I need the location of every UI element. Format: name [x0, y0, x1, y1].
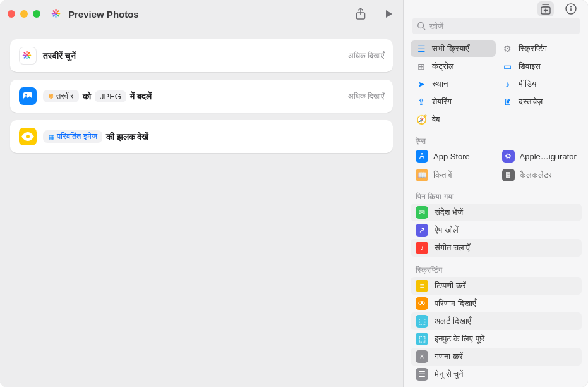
library-button[interactable] — [537, 1, 554, 16]
category-devices[interactable]: ▭डिवाइस — [497, 58, 582, 75]
app-store-icon: A — [416, 150, 428, 163]
show-more-button[interactable]: अधिक दिखाएँ — [348, 51, 384, 60]
action-title: ✽ तस्वीर को JPEG में बदलें — [43, 90, 152, 102]
category-scripting[interactable]: ⚙स्क्रिप्टिंग — [497, 40, 582, 57]
svg-rect-7 — [570, 8, 572, 11]
category-all-actions[interactable]: ☰सभी क्रियाएँ — [411, 40, 496, 57]
shortcut-icon — [51, 8, 63, 20]
music-icon: ♪ — [416, 242, 428, 254]
action-text: की झलक देखें — [106, 132, 149, 142]
action-convert-image[interactable]: ✽ तस्वीर को JPEG में बदलें अधिक दिखाएँ — [10, 80, 393, 113]
app-window: Preview Photos तस्वीरें चुनें अधिक दिखाए… — [0, 0, 588, 387]
category-documents[interactable]: 🗎दस्तावेज़ — [497, 94, 582, 110]
app-books[interactable]: 📖किताबें — [411, 167, 496, 183]
minimize-button[interactable] — [20, 10, 28, 18]
library-icon — [539, 3, 552, 15]
pinned-play-music[interactable]: ♪संगीत चलाएँ — [411, 239, 582, 257]
books-icon: 📖 — [416, 169, 428, 181]
scripting-choose-menu[interactable]: ☰मेनू से चुनें — [411, 366, 582, 383]
show-result-icon: 👁 — [416, 297, 428, 310]
alert-icon: ⬚ — [416, 315, 428, 328]
convert-icon — [19, 87, 37, 105]
scripting-show-result[interactable]: 👁परिणाम दिखाएँ — [411, 295, 582, 312]
app-app-store[interactable]: AApp Store — [411, 148, 496, 164]
photos-app-icon — [19, 47, 37, 64]
ask-input-icon: ⬚ — [416, 333, 428, 345]
open-app-icon: ↗ — [416, 224, 428, 236]
category-location[interactable]: ➤स्थान — [411, 76, 496, 92]
action-select-photos[interactable]: तस्वीरें चुनें अधिक दिखाएँ — [10, 39, 393, 72]
photos-var-icon: ✽ — [48, 92, 54, 101]
configurator-icon: ⚙ — [502, 150, 515, 163]
library-toolbar — [404, 0, 588, 18]
scripting-heading: स्क्रिप्टिंग — [404, 261, 588, 277]
photos-icon — [51, 8, 63, 20]
image-var-icon: ▦ — [48, 133, 54, 141]
app-calculator[interactable]: 🖩कैलकलेटर — [497, 167, 582, 183]
workflow-list: तस्वीरें चुनें अधिक दिखाएँ ✽ तस्वीर को J… — [0, 28, 403, 164]
show-more-button[interactable]: अधिक दिखाएँ — [348, 92, 384, 101]
action-title: ▦ परिवर्तित इमेज की झलक देखें — [43, 130, 148, 143]
apps-list: AApp Store ⚙Apple…igurator 📖किताबें 🖩कैल… — [404, 148, 588, 187]
info-button[interactable] — [563, 1, 579, 16]
scripting-list: ≡टिप्पणी करें 👁परिणाम दिखाएँ ⬚अलर्ट दिखा… — [404, 277, 588, 387]
category-web[interactable]: 🧭वेब — [411, 111, 496, 128]
messages-icon: ✉ — [416, 206, 428, 219]
calculator-icon: 🖩 — [502, 169, 515, 181]
zoom-button[interactable] — [33, 10, 40, 18]
share-button[interactable] — [354, 7, 368, 21]
pinned-list: ✉संदेश भेजें ↗ऐप खोलें ♪संगीत चलाएँ — [404, 204, 588, 261]
window-controls — [8, 10, 40, 18]
editor-pane: Preview Photos तस्वीरें चुनें अधिक दिखाए… — [0, 0, 404, 387]
svg-point-2 — [25, 94, 27, 96]
pinned-heading: पिन किया गया — [404, 187, 588, 204]
window-title: Preview Photos — [68, 9, 139, 20]
action-title: तस्वीरें चुनें — [43, 51, 76, 61]
category-browser: ☰सभी क्रियाएँ ⚙स्क्रिप्टिंग ⊞कंट्रोल ▭डि… — [404, 40, 588, 132]
quicklook-icon — [19, 128, 37, 145]
close-button[interactable] — [8, 10, 15, 18]
action-text: को — [83, 91, 91, 102]
calculate-icon: × — [416, 350, 428, 363]
apps-heading: ऐप्स — [404, 132, 588, 148]
variable-token-image[interactable]: ✽ तस्वीर — [43, 90, 79, 102]
scripting-ask-input[interactable]: ⬚इनपुट के लिए पूछें — [411, 330, 582, 348]
play-icon — [383, 9, 393, 19]
pinned-send-message[interactable]: ✉संदेश भेजें — [411, 204, 582, 221]
scripting-show-alert[interactable]: ⬚अलर्ट दिखाएँ — [411, 312, 582, 330]
scripting-calculate[interactable]: ×गणना करें — [411, 348, 582, 366]
action-text: में बदलें — [130, 91, 152, 102]
app-apple-configurator[interactable]: ⚙Apple…igurator — [497, 148, 582, 164]
info-icon — [565, 3, 577, 15]
search-input[interactable] — [412, 18, 580, 34]
format-token-jpeg[interactable]: JPEG — [95, 90, 126, 102]
svg-point-3 — [26, 135, 30, 138]
run-button[interactable] — [381, 7, 395, 21]
titlebar: Preview Photos — [0, 0, 403, 28]
variable-token-converted-image[interactable]: ▦ परिवर्तित इमेज — [43, 130, 102, 143]
category-sharing[interactable]: ⇪शेयरिंग — [411, 94, 496, 110]
svg-point-6 — [570, 6, 572, 8]
comment-icon: ≡ — [416, 280, 428, 292]
scripting-comment[interactable]: ≡टिप्पणी करें — [411, 277, 582, 295]
pinned-open-app[interactable]: ↗ऐप खोलें — [411, 221, 582, 239]
action-quicklook[interactable]: ▦ परिवर्तित इमेज की झलक देखें — [10, 120, 393, 153]
menu-icon: ☰ — [416, 368, 428, 381]
library-pane: ☰सभी क्रियाएँ ⚙स्क्रिप्टिंग ⊞कंट्रोल ▭डि… — [404, 0, 588, 387]
category-media[interactable]: ♪मीडिया — [497, 76, 582, 92]
share-icon — [355, 8, 366, 20]
category-control[interactable]: ⊞कंट्रोल — [411, 58, 496, 75]
